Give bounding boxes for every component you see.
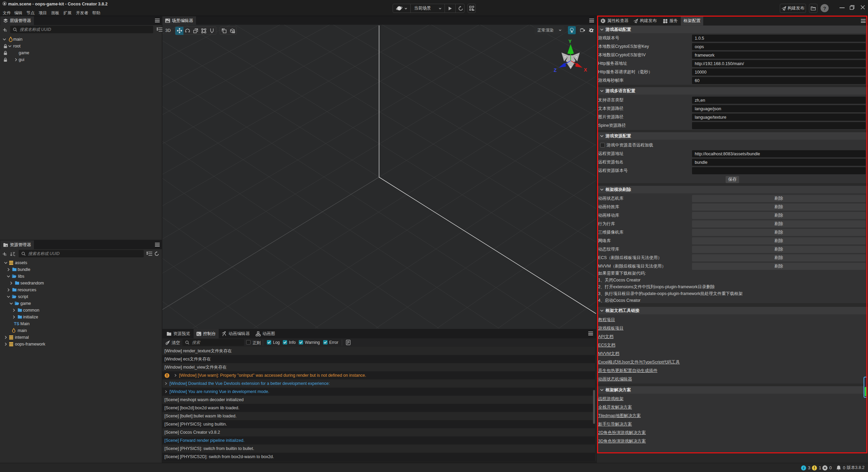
svg-text:Y: Y	[569, 39, 572, 44]
svg-text:X: X	[584, 67, 587, 73]
svg-text:Z: Z	[554, 67, 557, 73]
